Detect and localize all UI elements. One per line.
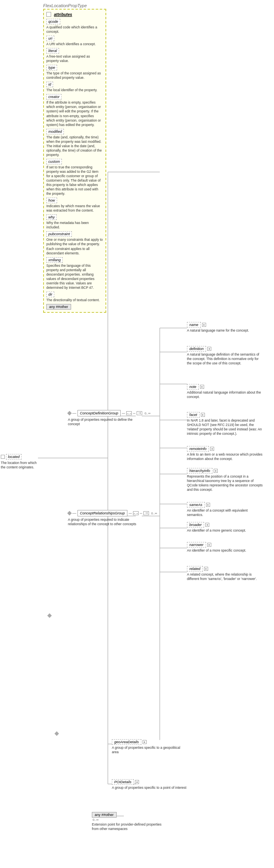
attr-custom-label: custom (46, 159, 62, 164)
attr-literal-desc: A free-text value assigned as property v… (46, 54, 103, 63)
attr-how: how Indicates by which means the value w… (46, 198, 103, 213)
attr-pubconstraint-label: pubconstraint (46, 231, 72, 237)
concept-rel-fork-box: ⊣ (143, 511, 149, 515)
name-label: name (187, 322, 201, 328)
attr-how-label: how (46, 198, 57, 203)
attr-why-desc: Why the metadata has been included. (46, 221, 103, 230)
attr-dir-desc: The directionality of textual content. (46, 298, 103, 302)
attr-pubconstraint-desc: One or many constraints that apply to pu… (46, 238, 103, 255)
concept-definition-group: ConceptDefinitionGroup →→ ⊣ 0..∞ A group… (68, 410, 151, 426)
facet-label: facet (187, 412, 200, 418)
right-element-narrower: narrower + An identifier of a more speci… (187, 542, 246, 553)
attr-modified-label: modified (46, 129, 64, 134)
right-element-definition: definition + A natural language definiti… (187, 346, 263, 366)
poi-plus-icon: + (135, 780, 139, 784)
facet-plus-icon: + (201, 413, 205, 417)
definition-plus-icon: + (207, 347, 211, 351)
note-label: note (187, 384, 199, 390)
attr-why: why Why the metadata has been included. (46, 214, 103, 230)
bottom-left-fork (55, 732, 58, 735)
concept-relationships-group-desc: A group of properties required to indica… (68, 518, 140, 526)
connector-line (72, 413, 76, 414)
attr-creator: creator If the attribute is empty, speci… (46, 94, 103, 127)
geo-area-desc: A group of properties specific to a geop… (112, 746, 188, 754)
broader-plus-icon: + (205, 523, 209, 527)
sameas-desc: An identifier of a concept with equivale… (187, 508, 263, 517)
attr-type-label: type (46, 65, 57, 70)
remoteinfo-label: remoteInfo (187, 446, 209, 452)
attr-why-label: why (46, 214, 57, 220)
concept-rel-connector-box: →→ (133, 511, 139, 515)
attr-modified: modified The date (and, optionally, the … (46, 129, 103, 157)
bottom-any-other-label: any ##other (92, 812, 117, 818)
bottom-any-other-desc: Extension point for provider-defined pro… (92, 822, 168, 831)
geo-area-details: geoAreaDetails + A group of properties s… (112, 739, 188, 754)
connector-line2 (122, 413, 125, 414)
located-element: located The location from which the cont… (1, 454, 37, 470)
concept-def-connector-box: →→ (126, 411, 132, 415)
broader-desc: An identifier of a more generic concept. (187, 528, 246, 533)
note-desc: Additional natural language information … (187, 390, 263, 399)
hierarchyinfo-plus-icon: + (214, 469, 218, 473)
attr-modified-desc: The date (and, optionally, the time) whe… (46, 135, 103, 157)
concept-def-multiplicity: 0..∞ (145, 412, 151, 415)
attributes-label: attributes (54, 12, 72, 17)
right-element-sameas: sameAs + An identifier of a concept with… (187, 502, 263, 517)
definition-label: definition (187, 346, 206, 352)
geo-area-label: geoAreaDetails (112, 739, 141, 745)
bottom-any-other: any ##other 0..∞ Extension point for pro… (92, 812, 168, 831)
right-element-related: related + A related concept, where the r… (187, 566, 263, 581)
attr-custom-desc: If set to true the corresponding propert… (46, 165, 103, 196)
attr-uri-desc: A URI which identifies a concept. (46, 42, 103, 46)
attr-uri: uri A URI which identifies a concept. (46, 36, 103, 46)
connector-diamond-left2 (67, 511, 71, 515)
connector-diamond-left (67, 411, 71, 415)
narrower-desc: An identifier of a more specific concept… (187, 548, 246, 553)
right-element-hierarchyinfo: hierarchyInfo + Represents the position … (187, 468, 263, 492)
attr-xmllang-desc: Specifies the language of this property … (46, 264, 103, 290)
concept-def-fork-box: ⊣ (137, 411, 142, 415)
concept-definition-group-desc: A group of properties required to define… (68, 418, 140, 426)
attr-id-label: id (46, 82, 53, 87)
bottom-fork-diamond (54, 731, 59, 736)
located-label: located (6, 454, 22, 460)
attr-qcode-desc: A qualified code which identifies a conc… (46, 25, 103, 34)
definition-desc: A natural language definition of the sem… (187, 352, 263, 366)
right-element-note: note + Additional natural language infor… (187, 384, 263, 399)
connector-line4 (72, 513, 76, 514)
left-diamond (47, 613, 52, 618)
left-small-connector (48, 614, 51, 617)
attr-id-desc: The local identifier of the property. (46, 88, 103, 92)
broader-label: broader (187, 522, 204, 528)
page-title: FlexLocationPropType (43, 3, 87, 8)
hierarchyinfo-desc: Represents the position of a concept in … (187, 474, 263, 492)
related-plus-icon: + (204, 567, 208, 571)
connector-line3 (133, 413, 135, 414)
attr-dir-label: dir (46, 292, 54, 297)
bottom-any-other-multiplicity: 0..∞ (93, 818, 168, 822)
concept-definition-group-label: ConceptDefinitionGroup (77, 410, 121, 416)
attr-uri-label: uri (46, 36, 54, 41)
name-plus-icon: + (202, 323, 206, 327)
attr-literal-label: literal (46, 48, 59, 54)
concept-relationships-group: ConceptRelationshipsGroup →→ ⊣ 0..∞ A gr… (68, 510, 157, 526)
attr-dir: dir The directionality of textual conten… (46, 292, 103, 302)
attr-literal: literal A free-text value assigned as pr… (46, 48, 103, 63)
connector-line6 (140, 513, 142, 514)
right-element-name: name + A natural language name for the c… (187, 322, 249, 333)
attr-xmllang: xmllang Specifies the language of this p… (46, 257, 103, 290)
concept-rel-multiplicity: 0..∞ (151, 512, 157, 515)
poi-details: POIDetails + A group of properties speci… (112, 779, 187, 790)
right-element-remoteinfo: remoteInfo + A link to an item or a web … (187, 446, 263, 461)
remoteinfo-desc: A link to an item or a web resource whic… (187, 452, 263, 461)
attr-custom: custom If set to true the corresponding … (46, 159, 103, 196)
facet-desc: In NAR 1.8 and later, facet is deprecate… (187, 418, 263, 436)
note-plus-icon: + (200, 385, 204, 389)
narrower-label: narrower (187, 542, 206, 548)
attr-any-other-label: any ##other (46, 304, 71, 310)
attr-how-desc: Indicates by which means the value was e… (46, 204, 103, 213)
located-desc: The location from which the content orig… (1, 461, 37, 470)
right-element-broader: broader + An identifier of a more generi… (187, 522, 246, 533)
attr-qcode-label: qcode (46, 19, 60, 24)
attributes-box-icon (46, 12, 51, 17)
